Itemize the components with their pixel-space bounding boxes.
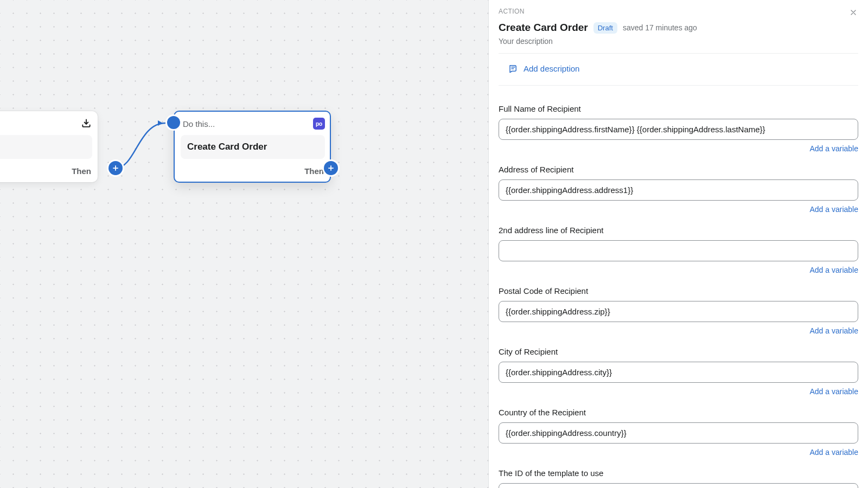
action-node-then-label: Then xyxy=(304,166,324,176)
workflow-canvas[interactable]: hen... aid Then Do this... po Create Car… xyxy=(0,0,488,488)
note-icon xyxy=(508,63,518,73)
field-city: City of Recipient Add a variable xyxy=(499,347,858,396)
add-variable-link[interactable]: Add a variable xyxy=(809,387,858,396)
add-variable-link[interactable]: Add a variable xyxy=(809,266,858,274)
action-node[interactable]: Do this... po Create Card Order Then xyxy=(174,111,331,183)
field-template-id: The ID of the template to use You can ge… xyxy=(499,468,858,488)
action-node-title: Create Card Order xyxy=(181,135,325,159)
action-node-header: Do this... xyxy=(183,119,215,129)
status-badge: Draft xyxy=(593,22,617,34)
trigger-node[interactable]: hen... aid Then xyxy=(0,111,98,182)
template-id-input[interactable] xyxy=(499,483,858,488)
add-variable-link[interactable]: Add a variable xyxy=(809,144,858,153)
field-label: The ID of the template to use xyxy=(499,468,858,478)
field-address2: 2nd address line of Recipient Add a vari… xyxy=(499,226,858,274)
add-variable-link[interactable]: Add a variable xyxy=(809,205,858,214)
close-panel-button[interactable] xyxy=(846,5,860,20)
field-label: City of Recipient xyxy=(499,347,858,356)
full-name-input[interactable] xyxy=(499,119,858,140)
add-variable-link[interactable]: Add a variable xyxy=(809,448,858,457)
panel-subtitle: Your description xyxy=(499,37,858,46)
add-description-button[interactable]: Add description xyxy=(508,63,579,73)
country-input[interactable] xyxy=(499,422,858,444)
field-label: Postal Code of Recipient xyxy=(499,286,858,296)
add-description-label: Add description xyxy=(524,64,579,73)
action-config-panel: ACTION Create Card Order Draft saved 17 … xyxy=(488,0,868,488)
node-input-port[interactable] xyxy=(167,116,180,129)
field-label: Address of Recipient xyxy=(499,165,858,174)
field-label: Full Name of Recipient xyxy=(499,104,858,113)
app-icon: po xyxy=(313,118,325,130)
connector-wire xyxy=(0,0,488,488)
postal-input[interactable] xyxy=(499,301,858,322)
download-icon xyxy=(80,118,92,130)
field-postal: Postal Code of Recipient Add a variable xyxy=(499,286,858,335)
field-full-name: Full Name of Recipient Add a variable xyxy=(499,104,858,153)
saved-timestamp: saved 17 minutes ago xyxy=(623,23,697,32)
close-icon xyxy=(849,8,858,17)
field-address: Address of Recipient Add a variable xyxy=(499,165,858,214)
address2-input[interactable] xyxy=(499,240,858,261)
address-input[interactable] xyxy=(499,179,858,201)
trigger-node-title: aid xyxy=(0,135,92,159)
field-label: 2nd address line of Recipient xyxy=(499,226,858,235)
fields-container: Full Name of Recipient Add a variable Ad… xyxy=(489,93,868,488)
add-variable-link[interactable]: Add a variable xyxy=(809,326,858,335)
city-input[interactable] xyxy=(499,362,858,383)
add-step-button[interactable] xyxy=(324,161,338,175)
field-label: Country of the Recipient xyxy=(499,408,858,417)
panel-eyebrow: ACTION xyxy=(499,8,858,15)
trigger-node-then-label: Then xyxy=(72,166,91,176)
field-country: Country of the Recipient Add a variable xyxy=(499,408,858,457)
panel-title: Create Card Order xyxy=(499,22,588,34)
add-step-button[interactable] xyxy=(108,161,123,175)
